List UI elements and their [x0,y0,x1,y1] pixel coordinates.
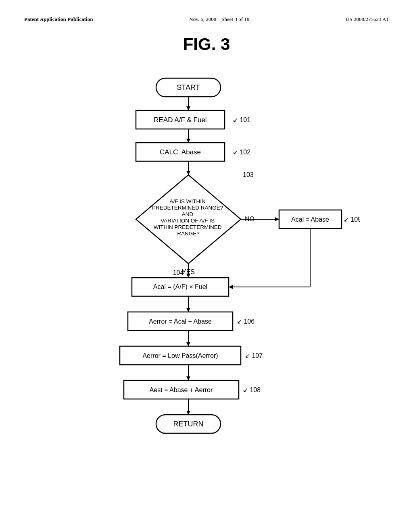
step-101-label: ↙ 101 [233,116,250,123]
svg-marker-23 [186,342,190,346]
step-102-text: CALC. Abase [160,148,201,156]
svg-marker-5 [186,139,190,143]
page: Patent Application Publication Nov. 6, 2… [0,0,413,532]
step-102-label: ↙ 102 [233,149,250,156]
start-label: START [177,83,200,91]
step-104-label: 104 [173,269,184,276]
return-label: RETURN [173,420,204,428]
svg-marker-26 [186,376,190,380]
step-105-label: ↙ 105 [344,216,360,223]
svg-marker-2 [186,106,190,110]
step-107-text: Aerror = Low Pass(Aerror) [142,352,218,359]
step-104-text: Acal = (A/F) × Fuel [153,283,207,290]
step-101-text: READ A/F & Fuel [154,116,206,124]
header-date: Nov. 6, 2008 [189,16,216,22]
header-sheet: Sheet 3 of 18 [221,16,249,22]
svg-marker-18 [229,285,233,289]
page-header: Patent Application Publication Nov. 6, 2… [24,16,389,23]
header-date-sheet: Nov. 6, 2008 Sheet 3 of 18 [189,16,249,23]
step-108-label: ↙ 108 [243,387,261,393]
step-108-text: Aest = Abase + Aerror [150,387,213,393]
flowchart-container: START READ A/F & Fuel ↙ 101 CALC. Abase … [24,70,389,505]
step-107-label: ↙ 107 [245,352,263,359]
figure-title: FIG. 3 [24,35,389,54]
flowchart-svg: START READ A/F & Fuel ↙ 101 CALC. Abase … [53,70,360,505]
svg-marker-29 [186,411,190,415]
header-patent-number: US 2008/275623 A1 [346,16,389,23]
svg-marker-14 [275,217,279,221]
svg-marker-11 [186,274,190,278]
step-105-text: Acal = Abase [291,216,329,223]
svg-marker-20 [186,308,190,312]
step-106-label: ↙ 106 [237,318,254,325]
step-103-label: 103 [243,171,254,178]
header-publication: Patent Application Publication [24,16,93,23]
step-106-text: Aerror = Acal − Abase [149,318,212,325]
